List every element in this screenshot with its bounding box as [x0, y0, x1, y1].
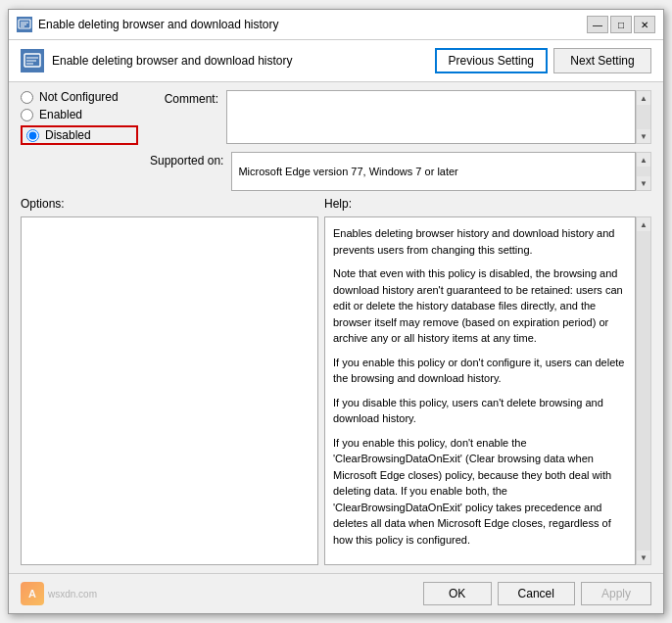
content-area: Not Configured Enabled Disabled Comment:	[9, 82, 663, 573]
maximize-button[interactable]: □	[610, 16, 632, 33]
help-scroll-track	[637, 231, 650, 551]
header-icon	[21, 49, 44, 72]
apply-button[interactable]: Apply	[581, 582, 651, 605]
disabled-text: Disabled	[45, 128, 91, 142]
ok-button[interactable]: OK	[423, 582, 492, 605]
enabled-radio[interactable]	[21, 109, 33, 121]
help-para-5: If you enable this policy, don't enable …	[333, 435, 627, 549]
help-text-area: Enables deleting browser history and dow…	[324, 216, 636, 565]
disabled-radio-container[interactable]: Disabled	[21, 125, 138, 145]
supported-scroll-down[interactable]: ▼	[637, 176, 650, 190]
supported-row: Supported on: Microsoft Edge version 77,…	[150, 152, 651, 191]
help-para-2: Note that even with this policy is disab…	[333, 265, 627, 347]
watermark-icon: A	[21, 582, 44, 605]
enabled-text: Enabled	[39, 108, 82, 121]
comment-input[interactable]	[226, 90, 636, 144]
comment-scroll-wrapper: ▲ ▼	[226, 90, 651, 144]
radio-section: Not Configured Enabled Disabled	[21, 90, 138, 191]
header-left: Enable deleting browser and download his…	[21, 49, 293, 72]
next-setting-button[interactable]: Next Setting	[553, 48, 651, 73]
enabled-radio-label[interactable]: Enabled	[21, 108, 138, 121]
comment-row: Comment: ▲ ▼	[150, 90, 651, 144]
cancel-button[interactable]: Cancel	[498, 582, 575, 605]
comment-scroll-track	[637, 105, 650, 129]
help-label: Help:	[324, 197, 651, 211]
help-scroll-down[interactable]: ▼	[637, 551, 650, 564]
not-configured-radio[interactable]	[21, 91, 33, 104]
supported-box-wrapper: Microsoft Edge version 77, Windows 7 or …	[231, 152, 651, 191]
supported-scrollbar[interactable]: ▲ ▼	[636, 152, 651, 191]
previous-setting-button[interactable]: Previous Setting	[435, 48, 548, 73]
title-bar-left: Enable deleting browser and download his…	[17, 17, 279, 32]
supported-label: Supported on:	[150, 152, 223, 168]
not-configured-radio-label[interactable]: Not Configured	[21, 90, 138, 104]
top-section: Not Configured Enabled Disabled Comment:	[21, 90, 651, 191]
dialog-icon	[17, 17, 32, 32]
options-label: Options:	[21, 197, 324, 211]
help-scroll-up[interactable]: ▲	[637, 217, 650, 231]
bottom-section: Enables deleting browser history and dow…	[21, 216, 651, 565]
watermark-text: wsxdn.com	[48, 589, 97, 599]
header-bar: Enable deleting browser and download his…	[9, 40, 663, 82]
minimize-button[interactable]: —	[587, 16, 608, 33]
not-configured-text: Not Configured	[39, 90, 119, 104]
comment-label: Comment:	[150, 90, 218, 106]
window-controls: — □ ✕	[587, 16, 655, 33]
help-para-4: If you disable this policy, users can't …	[333, 395, 627, 427]
help-para-1: Enables deleting browser history and dow…	[333, 225, 627, 258]
comment-scroll-up[interactable]: ▲	[637, 91, 650, 105]
close-button[interactable]: ✕	[634, 16, 655, 33]
help-para-3: If you enable this policy or don't confi…	[333, 355, 627, 387]
header-title: Enable deleting browser and download his…	[52, 54, 293, 68]
middle-labels: Options: Help:	[21, 197, 651, 211]
help-scrollbar[interactable]: ▲ ▼	[636, 216, 651, 565]
comment-scrollbar[interactable]: ▲ ▼	[636, 90, 651, 144]
header-buttons: Previous Setting Next Setting	[435, 48, 651, 73]
dialog-title: Enable deleting browser and download his…	[38, 18, 279, 31]
right-section: Comment: ▲ ▼ Supported on: Microsoft Edg…	[150, 90, 651, 191]
comment-scroll-down[interactable]: ▼	[637, 129, 650, 143]
footer: A wsxdn.com OK Cancel Apply	[9, 573, 663, 613]
options-pane	[21, 216, 318, 565]
disabled-radio[interactable]	[26, 129, 39, 142]
help-pane: Enables deleting browser history and dow…	[324, 216, 651, 565]
supported-scroll-up[interactable]: ▲	[637, 153, 650, 167]
supported-value: Microsoft Edge version 77, Windows 7 or …	[231, 152, 636, 191]
watermark-area: A wsxdn.com	[21, 582, 97, 605]
main-dialog: Enable deleting browser and download his…	[8, 9, 664, 614]
title-bar: Enable deleting browser and download his…	[9, 10, 663, 40]
supported-scroll-track	[637, 167, 650, 176]
